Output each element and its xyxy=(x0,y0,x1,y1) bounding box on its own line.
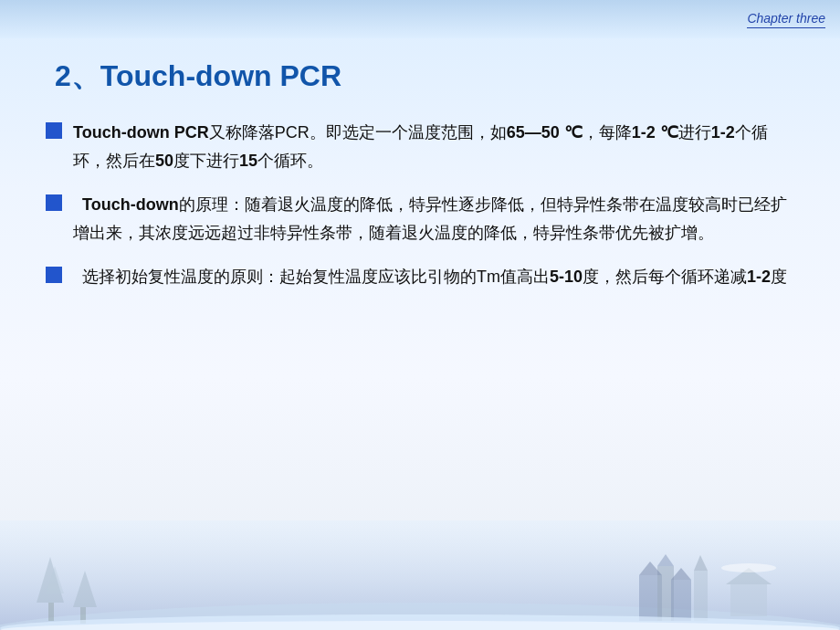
bullet-text-2: Touch-down的原理：随着退火温度的降低，特异性逐步降低，但特异性条带在温… xyxy=(73,191,794,247)
main-content: 2、Touch-down PCR Touch-down PCR又称降落PCR。即… xyxy=(0,38,840,630)
bullet-marker-2 xyxy=(46,194,62,211)
bullet-marker-3 xyxy=(46,267,62,283)
bullet-item-2: Touch-down的原理：随着退火温度的降低，特异性逐步降低，但特异性条带在温… xyxy=(46,191,794,247)
bullet-text-1: Touch-down PCR又称降落PCR。即选定一个温度范围，如65—50 ℃… xyxy=(73,119,794,174)
bullet-marker-1 xyxy=(46,122,62,139)
bullet-item-3: 选择初始复性温度的原则：起始复性温度应该比引物的Tm值高出5-10度，然后每个循… xyxy=(46,263,794,291)
chapter-label: Chapter three xyxy=(747,11,825,28)
bullet-text-3: 选择初始复性温度的原则：起始复性温度应该比引物的Tm值高出5-10度，然后每个循… xyxy=(73,263,794,291)
page-title: 2、Touch-down PCR xyxy=(46,57,794,97)
bullet-list: Touch-down PCR又称降落PCR。即选定一个温度范围，如65—50 ℃… xyxy=(46,119,794,291)
top-header: Chapter three xyxy=(0,0,840,38)
bullet-item-1: Touch-down PCR又称降落PCR。即选定一个温度范围，如65—50 ℃… xyxy=(46,119,794,174)
